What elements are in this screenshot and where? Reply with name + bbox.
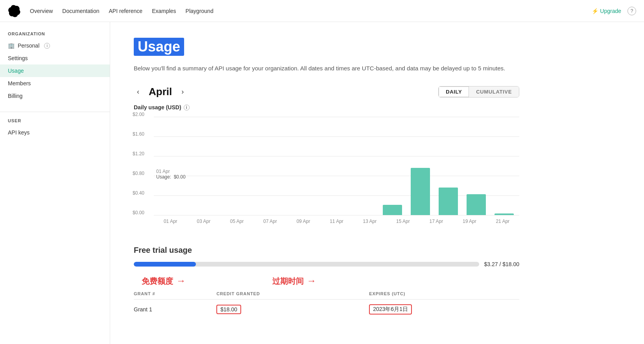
x-axis-label: 17 Apr	[420, 219, 453, 224]
x-axis-label: 01 Apr	[154, 219, 187, 224]
y-axis-label: $0.00	[133, 210, 144, 215]
nav-examples[interactable]: Examples	[152, 8, 176, 14]
col-grant-num: GRANT #	[134, 288, 216, 300]
credit-annotation-text: 免费额度	[142, 277, 173, 285]
personal-label: Personal	[18, 42, 39, 49]
expires-annotation-text: 过期时间	[272, 277, 304, 285]
topnav: Overview Documentation API reference Exa…	[0, 0, 644, 22]
grants-table-body: Grant 1 $18.00 2023年6月1日	[134, 300, 519, 320]
bar-column: $0.02	[491, 117, 518, 215]
prev-month-button[interactable]: ‹	[134, 86, 142, 97]
y-axis-label: $0.40	[133, 190, 144, 196]
nav-links: Overview Documentation API reference Exa…	[30, 8, 213, 14]
chart-toggle-group: DAILY CUMULATIVE	[438, 86, 519, 97]
user-section-label: USER	[0, 118, 110, 123]
sidebar-item-personal[interactable]: 🏢 Personal i	[0, 39, 110, 52]
main-content: Usage Below you'll find a summary of API…	[110, 22, 543, 344]
x-axis-label: 11 Apr	[320, 219, 353, 224]
y-axis-label: $1.20	[133, 151, 144, 156]
toggle-daily-button[interactable]: DAILY	[439, 86, 469, 97]
next-month-button[interactable]: ›	[178, 86, 187, 97]
openai-logo	[8, 5, 20, 17]
expires-value: 2023年6月1日	[369, 304, 412, 315]
bar: $0.30	[467, 194, 485, 215]
x-axis: 01 Apr03 Apr05 Apr07 Apr09 Apr11 Apr13 A…	[154, 216, 519, 227]
upgrade-button[interactable]: ⚡ Upgrade	[592, 8, 621, 14]
grants-table: GRANT # CREDIT GRANTED EXPIRES (UTC) Gra…	[134, 288, 519, 319]
bar-column	[323, 117, 350, 215]
usage-bar-track	[134, 262, 479, 267]
annotation-row: 免费额度 → 过期时间 →	[134, 275, 519, 287]
bar-column	[155, 117, 183, 215]
chart-title: Daily usage (USD) i	[134, 104, 519, 110]
x-axis-label: 21 Apr	[486, 219, 519, 224]
toggle-cumulative-button[interactable]: CUMULATIVE	[469, 86, 519, 97]
bar-column	[211, 117, 238, 215]
grant-expires: 2023年6月1日	[369, 300, 519, 320]
bar-column: $0.40	[435, 117, 462, 215]
usage-bar-row: $3.27 / $18.00	[134, 261, 519, 267]
bar-column	[295, 117, 322, 215]
nav-playground[interactable]: Playground	[186, 8, 214, 14]
org-section-items: 🏢 Personal i Settings Usage Members Bill…	[0, 39, 110, 102]
bar-column: $0.68	[407, 117, 434, 215]
nav-overview[interactable]: Overview	[30, 8, 53, 14]
sidebar-item-settings[interactable]: Settings	[0, 52, 110, 64]
page-layout: ORGANIZATION 🏢 Personal i Settings Usage…	[0, 22, 644, 344]
bar: $0.02	[495, 213, 513, 215]
y-axis-label: $2.00	[133, 112, 144, 117]
col-expires: EXPIRES (UTC)	[369, 288, 519, 300]
chart-title-text: Daily usage (USD)	[134, 104, 181, 110]
bars-area: $0.15$0.68$0.40$0.30$0.02	[154, 117, 519, 215]
help-icon[interactable]: ?	[627, 7, 636, 15]
billing-label: Billing	[8, 93, 22, 99]
info-icon: i	[44, 43, 50, 49]
bar: $0.40	[439, 188, 458, 215]
sidebar-item-members[interactable]: Members	[0, 77, 110, 90]
sidebar-item-billing[interactable]: Billing	[0, 90, 110, 102]
sidebar-divider	[0, 112, 110, 112]
free-trial-section: Free trial usage $3.27 / $18.00 免费额度 → 过…	[134, 246, 519, 319]
grant-name: Grant 1	[134, 300, 216, 320]
table-row: Grant 1 $18.00 2023年6月1日	[134, 300, 519, 320]
building-icon: 🏢	[8, 42, 15, 49]
bar-column: $0.30	[463, 117, 490, 215]
grants-table-head: GRANT # CREDIT GRANTED EXPIRES (UTC)	[134, 288, 519, 300]
usage-label: Usage	[8, 68, 24, 74]
lightning-icon: ⚡	[592, 8, 598, 14]
y-axis-label: $1.60	[133, 131, 144, 137]
sidebar-item-usage[interactable]: Usage	[0, 64, 110, 77]
settings-label: Settings	[8, 55, 28, 61]
expires-annotation: 过期时间 →	[272, 275, 316, 287]
bar-column	[239, 117, 266, 215]
sidebar: ORGANIZATION 🏢 Personal i Settings Usage…	[0, 22, 110, 344]
api-keys-label: API keys	[8, 129, 30, 136]
x-axis-label: 07 Apr	[253, 219, 286, 224]
grants-table-header-row: GRANT # CREDIT GRANTED EXPIRES (UTC)	[134, 288, 519, 300]
arrow-right-icon: →	[176, 275, 186, 286]
x-axis-label: 19 Apr	[453, 219, 486, 224]
usage-bar-label: $3.27 / $18.00	[484, 261, 519, 267]
topnav-right: ⚡ Upgrade ?	[592, 7, 636, 15]
month-label: April	[149, 86, 172, 98]
sidebar-item-api-keys[interactable]: API keys	[0, 126, 110, 139]
nav-api-reference[interactable]: API reference	[109, 8, 143, 14]
x-axis-label: 13 Apr	[353, 219, 386, 224]
x-axis-label: 09 Apr	[287, 219, 320, 224]
bar-column	[267, 117, 294, 215]
bar-column	[183, 117, 210, 215]
grant-credit: $18.00	[216, 300, 369, 320]
usage-bar-fill	[134, 262, 196, 267]
x-axis-label: 05 Apr	[220, 219, 253, 224]
page-title: Usage	[134, 38, 184, 56]
chart-info-icon[interactable]: i	[184, 105, 190, 110]
chart-header: ‹ April › DAILY CUMULATIVE	[134, 86, 519, 98]
nav-documentation[interactable]: Documentation	[62, 8, 99, 14]
bar-chart: $2.00$1.60$1.20$0.80$0.40$0.00 $0.15$0.6…	[134, 117, 519, 227]
grid-line: $0.00	[154, 215, 519, 215]
x-axis-label: 15 Apr	[386, 219, 419, 224]
members-label: Members	[8, 80, 31, 86]
x-axis-label: 03 Apr	[187, 219, 220, 224]
bar: $0.68	[411, 168, 430, 215]
org-section-label: ORGANIZATION	[0, 31, 110, 36]
